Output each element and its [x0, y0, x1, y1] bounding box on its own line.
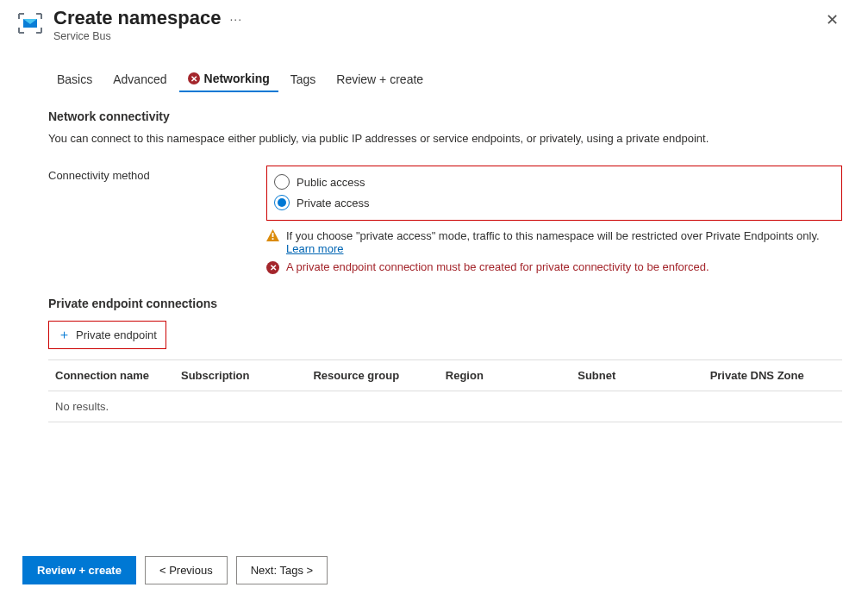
- col-subscription: Subscription: [181, 369, 313, 382]
- learn-more-link[interactable]: Learn more: [286, 242, 343, 255]
- radio-public-access[interactable]: Public access: [274, 172, 834, 192]
- col-subnet: Subnet: [578, 369, 709, 382]
- tab-networking-label: Networking: [204, 72, 270, 85]
- tab-tags[interactable]: Tags: [282, 66, 325, 92]
- more-menu-icon[interactable]: ···: [229, 12, 242, 26]
- error-icon: ✕: [266, 261, 279, 274]
- close-button[interactable]: ✕: [819, 7, 846, 33]
- table-empty-row: No results.: [48, 391, 842, 422]
- radio-icon: [274, 174, 290, 190]
- network-connectivity-heading: Network connectivity: [48, 109, 842, 123]
- service-bus-icon: [17, 10, 43, 36]
- private-endpoint-error: A private endpoint connection must be cr…: [286, 260, 709, 273]
- col-region: Region: [446, 369, 578, 382]
- svg-rect-0: [272, 233, 274, 237]
- connectivity-method-group: Public access Private access: [266, 166, 842, 221]
- plus-icon: ＋: [58, 327, 71, 343]
- tab-review[interactable]: Review + create: [328, 66, 432, 92]
- previous-button[interactable]: < Previous: [145, 556, 228, 584]
- col-resource-group: Resource group: [313, 369, 445, 382]
- radio-private-label: Private access: [297, 197, 370, 209]
- radio-private-access[interactable]: Private access: [274, 192, 834, 213]
- private-endpoint-heading: Private endpoint connections: [48, 297, 842, 310]
- review-create-button[interactable]: Review + create: [22, 556, 136, 584]
- network-connectivity-desc: You can connect to this namespace either…: [48, 132, 842, 145]
- next-button[interactable]: Next: Tags >: [236, 556, 328, 584]
- wizard-tabs: Basics Advanced ✕ Networking Tags Review…: [0, 46, 868, 92]
- error-icon: ✕: [188, 72, 200, 84]
- svg-rect-1: [272, 238, 274, 240]
- table-header-row: Connection name Subscription Resource gr…: [48, 360, 842, 391]
- page-subtitle: Service Bus: [53, 30, 809, 42]
- connectivity-method-label: Connectivity method: [48, 166, 266, 182]
- col-connection-name: Connection name: [55, 369, 181, 382]
- tab-basics[interactable]: Basics: [48, 66, 101, 92]
- warning-icon: [266, 229, 279, 244]
- tab-advanced[interactable]: Advanced: [104, 66, 175, 92]
- radio-icon: [274, 195, 290, 210]
- private-access-warning: If you choose "private access" mode, tra…: [286, 229, 842, 255]
- page-title: Create namespace: [53, 7, 221, 29]
- add-private-endpoint-button[interactable]: ＋ Private endpoint: [48, 321, 166, 349]
- radio-public-label: Public access: [297, 176, 365, 189]
- tab-networking[interactable]: ✕ Networking: [179, 66, 278, 92]
- col-private-dns-zone: Private DNS Zone: [710, 369, 842, 382]
- add-private-endpoint-label: Private endpoint: [76, 328, 157, 341]
- private-endpoints-table: Connection name Subscription Resource gr…: [48, 359, 842, 422]
